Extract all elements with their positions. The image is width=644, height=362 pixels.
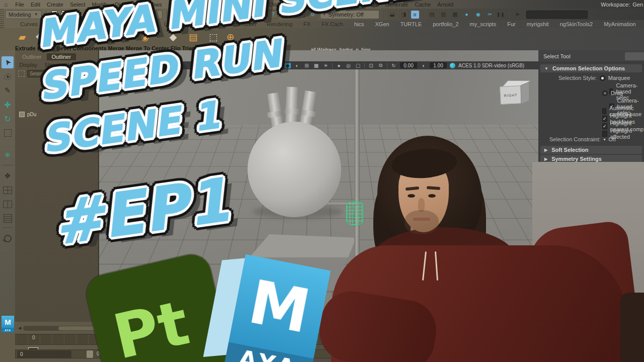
shelf-tab-fur[interactable]: Fur <box>502 21 521 28</box>
menu-edit[interactable]: Edit <box>31 2 40 8</box>
shelf-tab-rigging[interactable]: Rigging <box>196 21 225 28</box>
snap-grid-icon[interactable]: ✚ <box>211 10 220 19</box>
wireframe-shading-icon[interactable]: ◇ <box>275 63 281 68</box>
menu-generate[interactable]: Generate <box>385 2 409 8</box>
exposure-icon[interactable]: ↻ <box>390 63 397 68</box>
shelf-tab-graphics[interactable]: hics <box>349 21 369 28</box>
menu-uv[interactable]: UV <box>371 2 378 8</box>
shelf-tab-my-scripts[interactable]: my_scripts <box>465 21 502 28</box>
open-render-view-icon[interactable]: ⬓ <box>388 10 397 19</box>
ipr-render-icon[interactable]: ● <box>462 10 471 19</box>
lock-icon[interactable]: ▪ <box>280 11 288 19</box>
selection-constraint-value[interactable]: Off <box>609 136 616 142</box>
menu-arnold[interactable]: Arnold <box>437 2 453 8</box>
shelf-tab-turtle[interactable]: TURTLE <box>395 21 427 28</box>
shelf-tab-poly-modeling[interactable]: Poly Modeling <box>76 21 124 28</box>
menu-create[interactable]: Create <box>47 2 63 8</box>
pause-icon[interactable]: ❚❚ <box>497 11 505 19</box>
lighting-icon[interactable]: ☀ <box>323 63 329 68</box>
menu-edit-mesh[interactable]: Edit Mesh <box>189 2 213 8</box>
outliner-menu-display[interactable]: Display <box>19 62 37 68</box>
gamma-icon[interactable]: ◗ <box>420 63 427 68</box>
shelf-tab-sculpting[interactable]: Sculpting <box>125 21 158 28</box>
shelf-bridge-icon[interactable]: ❖ <box>33 31 45 43</box>
select-object-icon[interactable]: ➤ <box>183 11 191 19</box>
xray-icon[interactable]: ▩ <box>313 63 319 68</box>
snap-curve-icon[interactable]: ❮ <box>222 10 231 19</box>
isolate-select-icon[interactable]: ● <box>336 63 342 68</box>
drag-radio[interactable] <box>602 90 608 96</box>
select-hierarchy-icon[interactable]: ➤ <box>171 10 180 19</box>
select-component-icon[interactable]: ➤ <box>193 10 202 19</box>
menu-set-dropdown[interactable]: Modeling ▼ <box>5 10 42 19</box>
outliner-item[interactable]: pDu <box>19 112 36 117</box>
menu-mesh-display[interactable]: Mesh Display <box>254 2 287 8</box>
outliner-menu-help[interactable]: Help <box>65 62 77 68</box>
menu-mesh[interactable]: Mesh <box>169 2 182 8</box>
range-slider-handle[interactable] <box>87 350 93 358</box>
shelf-tab-ngskintools2[interactable]: ngSkinTools2 <box>555 21 598 28</box>
resolution-gate-icon[interactable]: ▢ <box>355 63 361 68</box>
workspace-value[interactable]: Gen <box>632 2 643 8</box>
render-icon[interactable]: ◉ <box>474 10 483 19</box>
section-soft-selection[interactable]: ▶ Soft Selection <box>540 146 642 154</box>
render-settings-icon[interactable]: ≡ <box>411 11 419 19</box>
lasso-tool-icon[interactable]: ➤ <box>2 70 14 82</box>
shelf-edge-icon[interactable]: ▤ <box>187 31 199 43</box>
viewcube-side-face[interactable] <box>521 82 529 105</box>
shelf-flip-triangle-icon[interactable]: ◆ <box>167 31 179 43</box>
exposure-field[interactable]: 0.00 <box>400 62 417 68</box>
last-tool-icon[interactable]: ✳ <box>2 149 14 161</box>
shelf-tab-fx[interactable]: FX <box>298 21 315 28</box>
symmetry-dropdown[interactable]: ▾ Symmetry: Off <box>320 10 379 19</box>
section-common-selection[interactable]: ▼ Common Selection Options <box>540 64 642 72</box>
cut-icon[interactable]: ✂ <box>486 10 495 19</box>
new-scene-icon[interactable] <box>50 11 58 19</box>
menu-surfaces[interactable]: Surfaces <box>318 2 340 8</box>
outliner-menu-show[interactable]: Show <box>44 62 58 68</box>
shelf-tab-animation[interactable]: Animation <box>226 21 261 28</box>
textured-shading-icon[interactable]: ◐ <box>294 63 300 68</box>
layout-two-pane-icon[interactable] <box>2 198 14 210</box>
move-tool-icon[interactable]: ✚ <box>2 99 14 111</box>
shelf-components-icon[interactable]: ⊞ <box>84 31 96 43</box>
shelf-merge-center-icon[interactable]: ◉ <box>139 31 151 43</box>
camera-view-icon[interactable]: ▨ <box>252 63 259 68</box>
menu-deform[interactable]: Deform <box>346 2 364 8</box>
outliner-search-input[interactable] <box>27 70 97 77</box>
field-chart-icon[interactable]: ◎ <box>345 63 352 68</box>
quick-input-field[interactable] <box>526 11 588 19</box>
shelf-merge-icon[interactable]: ✳ <box>107 31 119 43</box>
home-icon[interactable]: ⌂ <box>4 1 8 8</box>
shelf-tab-uv-editing[interactable]: UV Editing <box>159 21 195 28</box>
shelf-duplicate-icon[interactable]: ⬚ <box>207 31 219 43</box>
multisample-icon[interactable]: ⧉ <box>377 62 384 68</box>
panel-layout-icon[interactable]: ▦ <box>243 63 249 68</box>
render-current-frame-icon[interactable]: ◨ <box>399 10 409 19</box>
film-icon[interactable]: ▦ <box>451 10 460 19</box>
shelf-tab-curves[interactable]: Curves <box>15 21 43 28</box>
anim-layer-icon[interactable]: ▥ <box>439 10 448 19</box>
construction-history-icon[interactable]: ↺ <box>308 10 317 19</box>
reset-tool-button[interactable] <box>625 52 644 60</box>
shelf-bevel-icon[interactable]: ▣ <box>58 31 70 43</box>
layout-outliner-icon[interactable] <box>2 212 14 224</box>
marquee-radio[interactable] <box>600 75 605 81</box>
menu-modify[interactable]: Modify <box>92 2 108 8</box>
history-input-icon[interactable]: ↯ <box>291 10 300 19</box>
menu-curves[interactable]: Curves <box>294 2 311 8</box>
shelf-tab-merry-rig[interactable]: Merry_rig <box>642 21 644 28</box>
bookmark-icon[interactable]: ◫ <box>262 63 268 68</box>
shelf-tab-portfolio2[interactable]: portfolio_2 <box>428 21 463 28</box>
select-tool-icon[interactable]: ➤ <box>2 56 14 68</box>
workspace-switcher[interactable]: Workspace: Gen <box>601 2 644 8</box>
menu-mesh-tools[interactable]: Mesh Tools <box>220 2 248 8</box>
shelf-tab-rendering[interactable]: Rendering <box>262 21 297 28</box>
smooth-shading-icon[interactable]: ◆ <box>284 63 291 68</box>
chevron-down-icon[interactable]: ▾ <box>604 137 606 142</box>
rotate-tool-icon[interactable]: ↻ <box>2 113 14 125</box>
snapshot-icon[interactable]: ⊡ <box>368 63 374 68</box>
colorspace-label[interactable]: ACES 1.0 SDR-video (sRGB) <box>458 63 524 68</box>
shelf-extrude-icon[interactable]: ▰ <box>16 31 28 43</box>
layout-split-grid-icon[interactable] <box>2 184 14 196</box>
